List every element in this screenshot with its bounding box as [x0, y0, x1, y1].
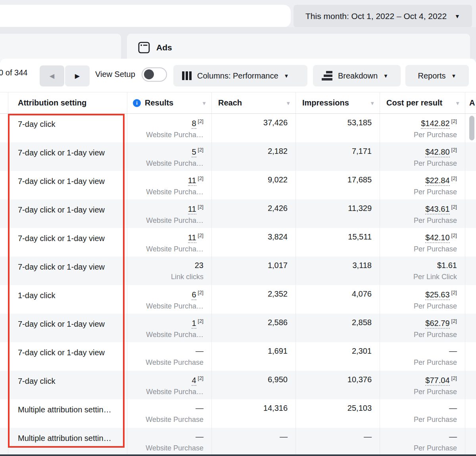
amount-spent-header-partial[interactable]: A — [465, 92, 476, 113]
metric-value[interactable]: $42.10 — [425, 233, 449, 243]
info-icon[interactable]: i — [133, 99, 141, 107]
reach-header[interactable]: Reach ▼ — [211, 92, 296, 113]
impressions-header[interactable]: Impressions ▼ — [296, 92, 380, 113]
tab-adsets-partial[interactable] — [0, 34, 121, 61]
metric-value[interactable]: 11 — [188, 176, 196, 186]
metric-value[interactable]: 1 — [192, 319, 196, 329]
row-count-label: 00 of 344 — [0, 68, 27, 77]
metric-sublabel: Website Purcha… — [127, 157, 211, 168]
metric-value[interactable]: 11 — [188, 205, 196, 215]
metric-value[interactable]: $42.80 — [425, 148, 449, 157]
date-range-selector[interactable]: This month: Oct 1, 2022 – Oct 4, 2022 ▼ — [294, 5, 472, 27]
chevron-down-icon: ▼ — [455, 13, 460, 19]
metric-sublabel: Website Purcha… — [127, 299, 211, 310]
metric-value[interactable]: $142.82 — [421, 119, 449, 129]
metric-sublabel: Per Purchase — [380, 185, 465, 196]
metric-value: — — [196, 432, 203, 441]
metric-value-line: $22.84[2] — [380, 171, 465, 185]
metric-value[interactable]: $77.04 — [425, 376, 449, 386]
footnote-marker: [2] — [451, 175, 457, 181]
search-bar[interactable] — [0, 5, 291, 27]
metric-value-line: 1[2] — [127, 314, 211, 328]
amount-spent-cell-partial — [465, 228, 476, 257]
tab-ads-label: Ads — [156, 43, 172, 52]
metric-sublabel: Per Purchase — [380, 299, 465, 310]
footnote-marker: [2] — [198, 118, 203, 124]
cost-per-result-header-label: Cost per result — [386, 98, 442, 107]
metric-value: — — [296, 428, 380, 441]
table-header-row: Attribution setting i Results ▼ Reach ▼ … — [0, 92, 476, 114]
cost-per-result-cell: —Per Purchase — [380, 399, 465, 428]
metric-value-line: — — [127, 342, 211, 356]
metric-value[interactable]: 11 — [188, 233, 196, 243]
metric-value: 2,426 — [212, 199, 296, 213]
metric-value-line: 11[2] — [127, 171, 211, 185]
table-row: 7-day click or 1-day view11[2]Website Pu… — [0, 199, 476, 228]
columns-button[interactable]: Columns: Performance ▼ — [173, 65, 307, 86]
next-page-button[interactable]: ▶ — [65, 65, 90, 86]
footnote-marker: [2] — [451, 318, 457, 324]
sort-caret-icon[interactable]: ▼ — [455, 100, 460, 106]
results-cell: 11[2]Website Purcha… — [127, 228, 211, 257]
metric-value-line: — — [380, 342, 465, 356]
sort-caret-icon[interactable]: ▼ — [370, 100, 375, 106]
cost-per-result-header[interactable]: Cost per result ▼ — [380, 92, 465, 113]
reach-cell: 14,316 — [211, 399, 296, 428]
vertical-scrollbar-thumb[interactable] — [469, 116, 474, 140]
amount-spent-cell-partial — [465, 399, 476, 428]
results-header-label: Results — [145, 98, 173, 107]
metric-sublabel: Per Purchase — [380, 413, 465, 424]
reports-button[interactable]: Reports ▼ — [405, 65, 469, 86]
previous-page-button[interactable]: ◀ — [40, 65, 64, 86]
impressions-cell: 2,858 — [296, 314, 380, 342]
table-row: 7-day click or 1-day view23Link clicks1,… — [0, 257, 476, 285]
metric-sublabel: Website Purcha… — [127, 214, 211, 225]
sort-caret-icon[interactable]: ▼ — [202, 100, 207, 106]
row-left-strip — [0, 399, 8, 428]
metric-value: 37,426 — [212, 114, 296, 127]
metric-value[interactable]: 8 — [192, 119, 196, 129]
metric-value: 53,185 — [296, 114, 380, 127]
footnote-marker: [2] — [451, 232, 457, 238]
attribution-cell: 7-day click or 1-day view — [8, 314, 127, 342]
columns-icon — [182, 71, 192, 80]
metric-value[interactable]: 5 — [192, 148, 196, 157]
metric-value[interactable]: $62.79 — [425, 319, 449, 329]
metric-value[interactable]: 4 — [192, 376, 196, 386]
results-header[interactable]: i Results ▼ — [127, 92, 211, 113]
metric-value[interactable]: $22.84 — [425, 176, 449, 186]
metric-value[interactable]: 6 — [192, 290, 196, 300]
row-left-strip — [0, 142, 8, 171]
metric-value[interactable]: $25.63 — [425, 290, 449, 300]
cost-per-result-cell: —Per Purchase — [380, 428, 465, 456]
results-cell: 4[2]Website Purcha… — [127, 371, 211, 399]
cost-per-result-cell: $25.63[2]Per Purchase — [380, 285, 465, 314]
metric-sublabel: Per Purchase — [380, 128, 465, 139]
breakdown-button[interactable]: Breakdown ▼ — [313, 65, 401, 86]
row-left-strip — [0, 228, 8, 257]
results-cell: 6[2]Website Purcha… — [127, 285, 211, 314]
view-setup-toggle[interactable] — [142, 67, 167, 82]
metric-sublabel: Website Purchase — [127, 441, 211, 452]
row-left-strip — [0, 114, 8, 142]
row-left-strip — [0, 428, 8, 456]
metric-sublabel: Per Purchase — [380, 441, 465, 452]
metric-sublabel: Per Purchase — [380, 328, 465, 339]
sort-caret-icon[interactable]: ▼ — [286, 100, 291, 106]
metric-value[interactable]: $43.61 — [425, 205, 449, 215]
attribution-setting-header[interactable]: Attribution setting — [8, 92, 127, 113]
impressions-cell: 7,171 — [296, 142, 380, 171]
metric-value: — — [196, 404, 203, 412]
metric-value: 11,329 — [296, 199, 380, 213]
results-cell: 11[2]Website Purcha… — [127, 199, 211, 228]
tab-ads[interactable]: Ads — [127, 34, 470, 61]
table-row: 7-day click or 1-day view—Website Purcha… — [0, 342, 476, 371]
metric-value-line: $43.61[2] — [380, 199, 465, 214]
metric-sublabel: Website Purcha… — [127, 242, 211, 253]
view-setup-label: View Setup — [95, 70, 135, 79]
impressions-cell: 2,301 — [296, 342, 380, 371]
ads-icon — [138, 42, 150, 54]
row-left-strip — [0, 371, 8, 399]
results-cell: —Website Purchase — [127, 399, 211, 428]
chevron-down-icon: ▼ — [451, 73, 457, 79]
